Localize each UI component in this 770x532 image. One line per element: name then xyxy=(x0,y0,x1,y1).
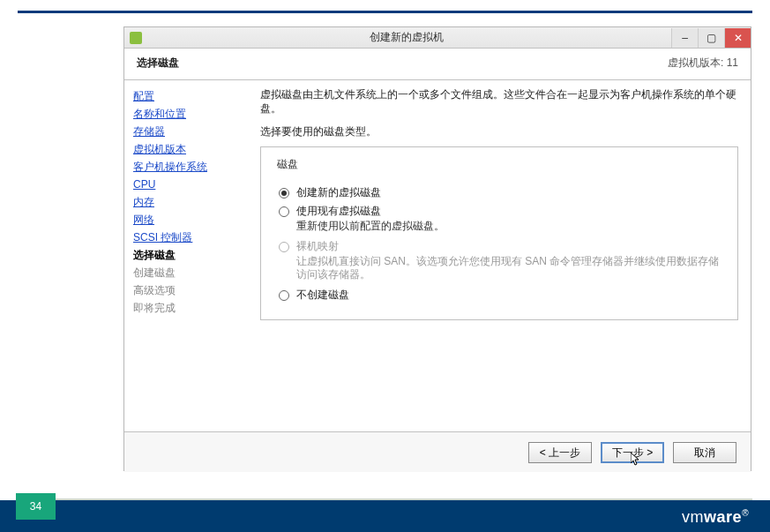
close-button[interactable]: ✕ xyxy=(724,28,751,48)
sidebar-item-vmversion[interactable]: 虚拟机版本 xyxy=(130,140,243,158)
wizard-header: 选择磁盘 虚拟机版本: 11 xyxy=(124,49,751,80)
sidebar-item-createdisk: 创建磁盘 xyxy=(130,264,243,281)
sidebar-item-selectdisk[interactable]: 选择磁盘 xyxy=(130,246,243,264)
titlebar: 创建新的虚拟机 – ▢ ✕ xyxy=(124,27,751,49)
window-buttons: – ▢ ✕ xyxy=(671,28,751,48)
radio-raw-mapping: 裸机映射 xyxy=(279,240,725,253)
slide-footer-bar: vmware® xyxy=(0,500,770,532)
sidebar-item-cpu[interactable]: CPU xyxy=(130,176,243,193)
wizard-body: 配置 名称和位置 存储器 虚拟机版本 客户机操作系统 CPU 内存 网络 SCS… xyxy=(124,80,751,431)
registered-icon: ® xyxy=(742,508,749,518)
radio-use-existing[interactable]: 使用现有虚拟磁盘 xyxy=(279,205,725,218)
radio-icon xyxy=(279,290,289,301)
radio-subtext: 让虚拟机直接访问 SAN。该选项允许您使用现有 SAN 命令管理存储器并继续使用… xyxy=(296,255,725,281)
wizard-footer: < 上一步 下一步 > 取消 xyxy=(124,431,751,472)
cancel-button[interactable]: 取消 xyxy=(673,442,736,463)
description-text: 虚拟磁盘由主机文件系统上的一个或多个文件组成。这些文件合在一起显示为客户机操作系… xyxy=(260,87,738,116)
next-button-label: 下一步 > xyxy=(612,446,653,459)
vmware-logo: vmware® xyxy=(682,508,749,527)
radio-label: 使用现有虚拟磁盘 xyxy=(296,205,381,218)
radio-label: 裸机映射 xyxy=(296,240,339,253)
sidebar-item-storage[interactable]: 存储器 xyxy=(130,123,243,140)
slide-page-number: 34 xyxy=(16,493,56,520)
next-button[interactable]: 下一步 > xyxy=(601,442,664,463)
radio-subtext: 重新使用以前配置的虚拟磁盘。 xyxy=(296,220,725,233)
sidebar-item-scsi[interactable]: SCSI 控制器 xyxy=(130,229,243,246)
window-title: 创建新的虚拟机 xyxy=(142,30,671,45)
radio-label: 创建新的虚拟磁盘 xyxy=(296,186,381,199)
top-divider xyxy=(18,11,752,13)
disk-groupbox: 磁盘 创建新的虚拟磁盘 使用现有虚拟磁盘 重新使用以前配置的虚拟磁盘。 裸机映射… xyxy=(260,146,738,320)
wizard-steps-sidebar: 配置 名称和位置 存储器 虚拟机版本 客户机操作系统 CPU 内存 网络 SCS… xyxy=(124,80,248,431)
sidebar-item-advanced: 高级选项 xyxy=(130,281,243,299)
vm-version-label: 虚拟机版本: 11 xyxy=(668,56,738,71)
sidebar-item-config[interactable]: 配置 xyxy=(130,87,243,105)
maximize-button[interactable]: ▢ xyxy=(698,28,724,48)
sidebar-item-memory[interactable]: 内存 xyxy=(130,193,243,211)
radio-label: 不创建磁盘 xyxy=(296,288,349,302)
back-button[interactable]: < 上一步 xyxy=(528,442,592,463)
sidebar-item-network[interactable]: 网络 xyxy=(130,211,243,229)
radio-create-new[interactable]: 创建新的虚拟磁盘 xyxy=(279,186,725,199)
radio-no-disk[interactable]: 不创建磁盘 xyxy=(279,288,725,302)
groupbox-title: 磁盘 xyxy=(273,157,302,172)
radio-icon xyxy=(279,188,289,199)
dialog: 创建新的虚拟机 – ▢ ✕ 选择磁盘 虚拟机版本: 11 配置 名称和位置 存储… xyxy=(123,26,751,471)
sidebar-item-guestos[interactable]: 客户机操作系统 xyxy=(130,158,243,176)
page-title: 选择磁盘 xyxy=(137,56,179,71)
minimize-button[interactable]: – xyxy=(671,28,698,48)
content-pane: 虚拟磁盘由主机文件系统上的一个或多个文件组成。这些文件合在一起显示为客户机操作系… xyxy=(248,80,751,431)
radio-icon xyxy=(279,242,289,252)
sidebar-item-name[interactable]: 名称和位置 xyxy=(130,105,243,123)
brand-bold: ware xyxy=(704,508,742,526)
instruction-text: 选择要使用的磁盘类型。 xyxy=(260,124,738,139)
app-icon xyxy=(130,32,142,44)
radio-icon xyxy=(279,206,289,217)
sidebar-item-finish: 即将完成 xyxy=(130,299,243,317)
brand-light: vm xyxy=(682,508,704,526)
